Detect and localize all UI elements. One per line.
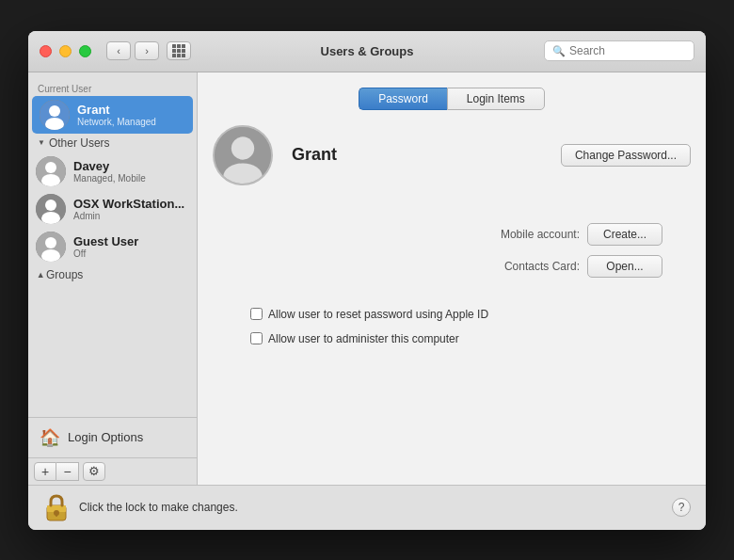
lock-text: Click the lock to make changes. [79, 501, 662, 514]
avatar-davey [36, 156, 66, 186]
groups-header[interactable]: ▶ Groups [28, 265, 197, 284]
house-icon: 🏠 [40, 427, 60, 448]
checkbox-row-1: Allow user to administer this computer [250, 330, 488, 347]
profile-name: Grant [292, 145, 542, 165]
help-button[interactable]: ? [672, 498, 691, 517]
sidebar-list: Current User Grant Network, Managed [28, 72, 197, 417]
mobile-account-label: Mobile account: [467, 228, 580, 241]
tab-bar: Password Login Items [213, 88, 691, 110]
search-icon: 🔍 [552, 45, 566, 57]
remove-user-button[interactable]: − [56, 462, 79, 481]
search-box[interactable]: 🔍 [544, 40, 694, 61]
contacts-card-label: Contacts Card: [467, 260, 580, 273]
administer-computer-checkbox[interactable] [250, 332, 263, 344]
lock-icon [43, 492, 70, 522]
minimize-button[interactable] [59, 45, 72, 57]
current-user-info: Grant Network, Managed [77, 103, 156, 127]
user-item-osx[interactable]: OSX WorkStation... Admin [28, 190, 197, 228]
user-item-guest[interactable]: Guest User Off [28, 228, 197, 265]
user-item-davey[interactable]: Davey Managed, Mobile [28, 152, 197, 190]
groups-triangle-icon: ▶ [37, 272, 44, 277]
user-info-davey: Davey Managed, Mobile [73, 159, 146, 184]
add-user-button[interactable]: + [34, 462, 56, 481]
sidebar: Current User Grant Network, Managed [28, 72, 198, 485]
forward-button[interactable]: › [135, 41, 159, 60]
user-name-guest: Guest User [73, 234, 138, 248]
user-info-guest: Guest User Off [73, 234, 138, 259]
tab-login-items[interactable]: Login Items [447, 88, 545, 110]
svg-point-10 [45, 237, 56, 248]
administer-computer-label: Allow user to administer this computer [268, 332, 459, 345]
login-options-button[interactable]: 🏠 Login Options [36, 424, 189, 452]
change-password-button[interactable]: Change Password... [561, 144, 691, 167]
avatar-guest [36, 232, 66, 262]
avatar-osx [36, 194, 66, 224]
maximize-button[interactable] [79, 45, 91, 57]
main-area: Current User Grant Network, Managed [28, 72, 706, 485]
user-name-davey: Davey [73, 159, 146, 173]
current-user-section-header: Current User [28, 80, 197, 96]
svg-point-13 [231, 136, 254, 159]
user-sub-davey: Managed, Mobile [73, 173, 146, 184]
svg-point-1 [49, 105, 60, 117]
contacts-card-row: Contacts Card: Open... [467, 255, 662, 278]
checkboxes-area: Allow user to reset password using Apple… [250, 306, 488, 347]
window-title: Users & Groups [321, 44, 414, 58]
current-user-item[interactable]: Grant Network, Managed [32, 96, 193, 134]
reset-password-checkbox[interactable] [250, 308, 263, 320]
user-info-osx: OSX WorkStation... Admin [73, 197, 184, 221]
close-button[interactable] [40, 45, 52, 57]
profile-avatar [213, 125, 273, 185]
back-button[interactable]: ‹ [106, 41, 131, 60]
other-users-label: Other Users [49, 136, 110, 150]
main-window: ‹ › Users & Groups 🔍 Current User [28, 31, 706, 530]
groups-label: Groups [46, 268, 83, 281]
gear-button[interactable]: ⚙ [83, 462, 105, 481]
sidebar-footer: 🏠 Login Options [28, 417, 197, 457]
checkbox-row-0: Allow user to reset password using Apple… [250, 306, 488, 323]
current-user-name: Grant [77, 103, 156, 117]
grid-view-button[interactable] [167, 41, 191, 60]
collapse-triangle-icon: ▼ [38, 138, 45, 147]
open-button[interactable]: Open... [587, 255, 662, 278]
lock-button[interactable] [43, 492, 70, 522]
grid-icon [172, 44, 185, 57]
user-name-osx: OSX WorkStation... [73, 197, 184, 211]
avatar [40, 100, 70, 130]
current-user-sub: Network, Managed [77, 117, 156, 127]
user-sub-osx: Admin [73, 211, 184, 221]
mobile-account-row: Mobile account: Create... [467, 223, 662, 246]
sidebar-actions: + − ⚙ [28, 457, 197, 485]
svg-rect-18 [56, 513, 57, 517]
titlebar: ‹ › Users & Groups 🔍 [28, 31, 706, 72]
login-options-label: Login Options [68, 430, 143, 444]
user-sub-guest: Off [73, 248, 138, 259]
bottom-bar: Click the lock to make changes. ? [28, 485, 706, 530]
traffic-lights [40, 45, 91, 57]
tab-password[interactable]: Password [359, 88, 447, 110]
svg-point-7 [45, 200, 56, 211]
user-profile: Grant Change Password... [213, 125, 691, 185]
content-area: Password Login Items Grant Change Passwo… [198, 72, 706, 485]
other-users-header[interactable]: ▼ Other Users [28, 134, 197, 152]
create-button[interactable]: Create... [587, 223, 662, 246]
nav-buttons: ‹ › [106, 41, 159, 60]
form-area: Mobile account: Create... Contacts Card:… [213, 204, 691, 296]
svg-point-4 [45, 162, 56, 173]
search-input[interactable] [569, 44, 686, 57]
reset-password-label: Allow user to reset password using Apple… [268, 308, 488, 321]
